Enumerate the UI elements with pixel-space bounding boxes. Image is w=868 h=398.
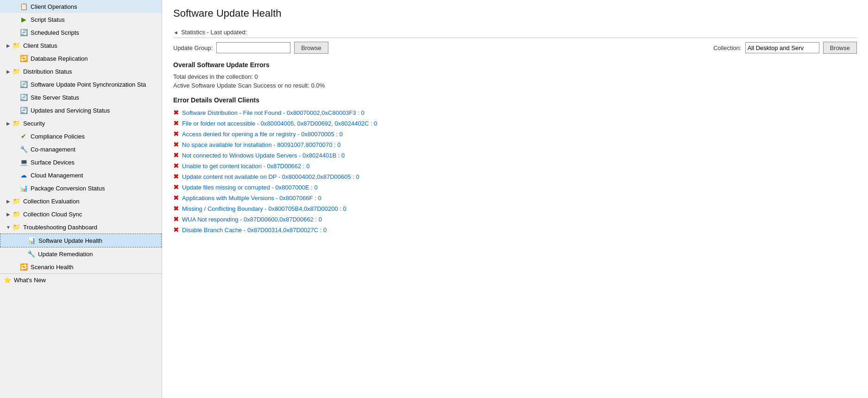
sidebar-item-collection-evaluation[interactable]: ▶📁Collection Evaluation [0, 195, 162, 208]
whats-new-section[interactable]: ⭐What's New [0, 273, 162, 286]
whats-new-icon: ⭐ [4, 277, 11, 284]
error-list-item: ✖WUA Not responding - 0x87D00600,0x87D00… [173, 215, 857, 223]
error-icon: ✖ [173, 162, 179, 170]
error-link[interactable]: Update files missing or corrupted - 0x80… [182, 184, 318, 191]
error-icon: ✖ [173, 119, 179, 127]
sidebar-item-update-remediation[interactable]: 🔧Update Remediation [0, 247, 162, 260]
error-list-item: ✖Update files missing or corrupted - 0x8… [173, 183, 857, 191]
sidebar-item-troubleshooting-dashboard[interactable]: ▼📁Troubleshooting Dashboard [0, 221, 162, 234]
error-link[interactable]: Unable to get content location - 0x87D00… [182, 163, 309, 170]
sidebar-item-label: Co-management [31, 146, 75, 153]
expand-arrow-icon: ▶ [6, 43, 11, 48]
update-group-label: Update Group: [173, 44, 213, 51]
error-icon: ✖ [173, 226, 179, 234]
error-icon: ✖ [173, 151, 179, 159]
main-content: Software Update Health ◄ Statistics - La… [162, 0, 868, 398]
sidebar-item-icon: ✔ [19, 132, 28, 140]
error-list-item: ✖File or folder not accessible - 0x80004… [173, 119, 857, 127]
statistics-header-label: Statistics - Last updated: [181, 29, 247, 36]
sidebar-item-surface-devices[interactable]: 💻Surface Devices [0, 156, 162, 169]
sidebar-item-label: Software Update Health [38, 237, 102, 244]
sidebar-item-icon: ▶ [19, 15, 28, 24]
sidebar-item-icon: 📁 [12, 197, 20, 205]
whats-new-label: What's New [14, 277, 46, 284]
error-icon: ✖ [173, 183, 179, 191]
error-list: ✖Software Distribution - File not Found … [173, 108, 857, 234]
sidebar-item-site-server-status[interactable]: 🔄Site Server Status [0, 91, 162, 104]
sidebar-item-cloud-management[interactable]: ☁Cloud Management [0, 169, 162, 182]
error-link[interactable]: Access denied for opening a file or regi… [182, 131, 343, 138]
sidebar-item-icon: 📁 [12, 223, 20, 231]
sidebar-item-icon: 🔄 [19, 106, 28, 114]
error-list-item: ✖Unable to get content location - 0x87D0… [173, 162, 857, 170]
error-icon: ✖ [173, 215, 179, 223]
error-icon: ✖ [173, 108, 179, 117]
collection-field: Collection: Browse [713, 42, 857, 54]
sidebar-item-label: Collection Evaluation [23, 198, 79, 205]
error-link[interactable]: Not connected to Windows Update Servers … [182, 152, 345, 159]
total-devices-stat: Total devices in the collection: 0 [173, 73, 857, 80]
error-link[interactable]: No space available for installation - 80… [182, 141, 341, 148]
error-list-item: ✖Software Distribution - File not Found … [173, 108, 857, 117]
sidebar-item-label: Client Status [23, 42, 57, 49]
update-group-input[interactable] [216, 42, 290, 53]
sidebar-item-label: Package Conversion Status [31, 185, 105, 192]
sidebar-item-scenario-health[interactable]: 🔁Scenario Health [0, 260, 162, 273]
sidebar-item-script-status[interactable]: ▶Script Status [0, 13, 162, 26]
sidebar-item-icon: 📋 [19, 2, 28, 11]
sidebar-item-label: Security [23, 120, 45, 127]
sidebar-item-compliance-policies[interactable]: ✔Compliance Policies [0, 130, 162, 143]
expand-arrow-icon: ▶ [6, 120, 11, 126]
sidebar-item-client-status[interactable]: ▶📁Client Status [0, 39, 162, 52]
sidebar-item-label: Script Status [31, 16, 65, 23]
sidebar-item-updates-servicing-status[interactable]: 🔄Updates and Servicing Status [0, 104, 162, 117]
error-link[interactable]: Applications with Multiple Versions - 0x… [182, 195, 321, 202]
page-title: Software Update Health [173, 7, 857, 19]
sidebar-item-icon: 🔄 [19, 80, 28, 88]
filter-row: Update Group: Browse Collection: Browse [173, 42, 857, 54]
sidebar-item-icon: 💻 [19, 158, 28, 166]
statistics-section: ◄ Statistics - Last updated: Update Grou… [173, 29, 857, 234]
sidebar-item-collection-cloud-sync[interactable]: ▶📁Collection Cloud Sync [0, 208, 162, 221]
error-link[interactable]: Missing / Conflicting Boundary - 0x80070… [182, 205, 346, 212]
sidebar-item-icon: 📁 [12, 67, 20, 76]
sidebar-item-scheduled-scripts[interactable]: 🔄Scheduled Scripts [0, 26, 162, 39]
sidebar-item-label: Software Update Point Synchronization St… [31, 81, 146, 88]
active-scan-stat: Active Software Update Scan Success or n… [173, 82, 857, 89]
sidebar-item-label: Client Operations [31, 3, 77, 10]
sidebar-item-icon: 🔁 [19, 263, 28, 271]
expand-arrow-icon: ▶ [6, 211, 11, 217]
collection-input[interactable] [745, 42, 819, 53]
sidebar-item-security[interactable]: ▶📁Security [0, 117, 162, 130]
error-link[interactable]: Disable Branch Cache - 0x87D00314,0x87D0… [182, 227, 327, 234]
sidebar-item-distribution-status[interactable]: ▶📁Distribution Status [0, 65, 162, 78]
error-list-item: ✖Disable Branch Cache - 0x87D00314,0x87D… [173, 226, 857, 234]
error-icon: ✖ [173, 130, 179, 138]
sidebar-item-icon: 🔧 [19, 145, 28, 153]
sidebar-item-software-update-point-sync[interactable]: 🔄Software Update Point Synchronization S… [0, 78, 162, 91]
sidebar-item-icon: ☁ [19, 171, 28, 179]
error-link[interactable]: Update content not available on DP - 0x8… [182, 173, 359, 180]
sidebar-item-icon: 📁 [12, 210, 20, 218]
error-link[interactable]: File or folder not accessible - 0x800040… [182, 120, 377, 127]
sidebar-item-client-operations[interactable]: 📋Client Operations [0, 0, 162, 13]
error-details-section: Error Details Overall Clients ✖Software … [173, 96, 857, 234]
sidebar-item-icon: 🔧 [27, 250, 35, 258]
sidebar-item-database-replication[interactable]: 🔁Database Replication [0, 52, 162, 65]
error-list-item: ✖Access denied for opening a file or reg… [173, 130, 857, 138]
sidebar-item-label: Update Remediation [38, 251, 93, 258]
sidebar-item-software-update-health[interactable]: 📊Software Update Health [0, 234, 162, 247]
sidebar-item-package-conversion-status[interactable]: 📊Package Conversion Status [0, 182, 162, 195]
collection-browse-button[interactable]: Browse [823, 42, 857, 54]
expand-arrow-icon: ▼ [6, 224, 11, 230]
sidebar-item-co-management[interactable]: 🔧Co-management [0, 143, 162, 156]
expand-arrow-icon: ▶ [6, 69, 11, 74]
error-list-item: ✖Missing / Conflicting Boundary - 0x8007… [173, 204, 857, 213]
update-group-browse-button[interactable]: Browse [294, 42, 328, 54]
sidebar-item-label: Scenario Health [31, 264, 74, 271]
error-link[interactable]: WUA Not responding - 0x87D00600,0x87D006… [182, 216, 322, 223]
error-link[interactable]: Software Distribution - File not Found -… [182, 109, 365, 116]
statistics-header[interactable]: ◄ Statistics - Last updated: [173, 29, 857, 38]
sidebar-item-icon: 📊 [19, 184, 28, 192]
sidebar-item-icon: 📁 [12, 41, 20, 50]
